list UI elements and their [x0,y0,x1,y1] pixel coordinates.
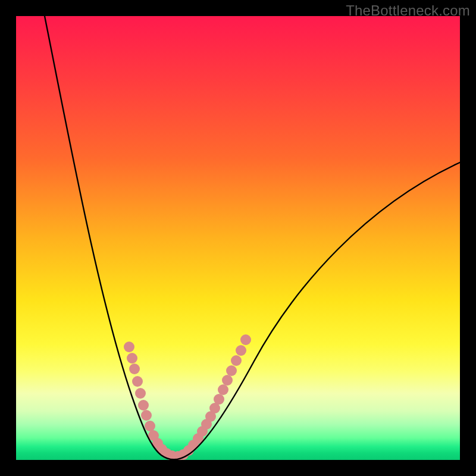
marker-dot [124,342,134,352]
marker-dot [226,365,237,376]
marker-dot [240,334,251,345]
marker-dot [218,384,228,395]
outer-frame: TheBottleneck.com [0,0,476,476]
marker-dot [214,394,224,405]
marker-dot [236,345,246,356]
watermark-text: TheBottleneck.com [346,2,470,19]
marker-dots-layer [124,334,251,460]
marker-dot [138,400,149,411]
marker-dot [231,355,242,366]
bottleneck-curve [45,16,460,460]
chart-svg [16,16,460,460]
marker-dot [145,421,155,431]
marker-dot [135,388,146,399]
marker-dot [141,410,152,421]
marker-dot [222,375,233,386]
marker-dot [129,364,140,374]
marker-dot [132,376,143,387]
marker-dot [127,353,137,364]
plot-area [16,16,460,460]
